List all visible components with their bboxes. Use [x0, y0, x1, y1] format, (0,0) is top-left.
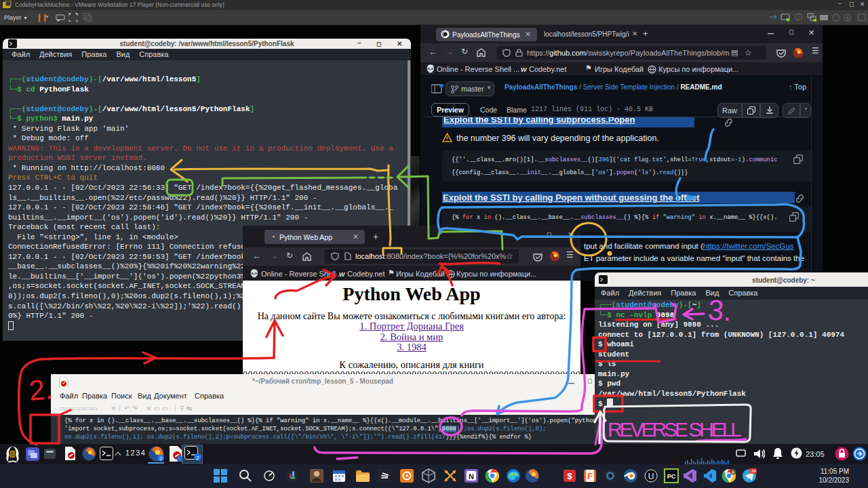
svg-text:3.: 3.: [707, 293, 732, 327]
svg-text:REVERSE SHELL: REVERSE SHELL: [608, 418, 742, 441]
svg-text:2.: 2.: [28, 373, 54, 407]
